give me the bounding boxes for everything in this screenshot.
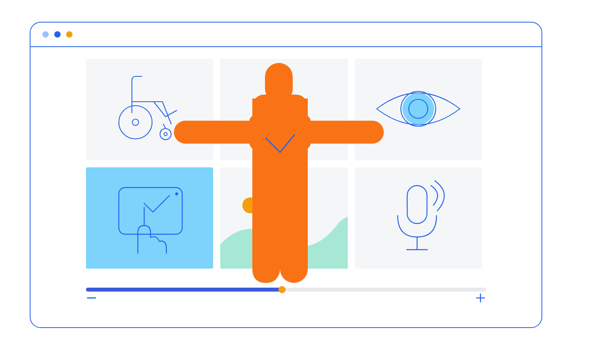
window-minimize-dot[interactable] [54, 31, 61, 38]
check-icon [260, 93, 308, 126]
svg-point-8 [175, 193, 177, 195]
tile-audio[interactable] [355, 167, 482, 269]
svg-rect-7 [119, 188, 182, 234]
svg-point-4 [402, 93, 434, 125]
eye-icon [373, 81, 464, 138]
svg-point-0 [119, 106, 152, 139]
window-controls [42, 31, 72, 38]
svg-point-3 [164, 133, 167, 136]
touch-check-icon [110, 180, 189, 256]
tile-vision[interactable] [355, 59, 482, 160]
slider-thumb[interactable] [278, 286, 286, 293]
tile-image[interactable] [220, 167, 347, 269]
landscape-icon [220, 167, 347, 269]
wheelchair-icon [110, 73, 189, 146]
zoom-in-button[interactable] [475, 292, 486, 303]
microphone-icon [383, 178, 454, 258]
zoom-slider[interactable] [86, 288, 486, 307]
svg-point-9 [242, 197, 258, 213]
tile-mobility[interactable] [86, 59, 213, 160]
window-close-dot[interactable] [42, 31, 49, 38]
tile-touch[interactable] [86, 167, 213, 269]
svg-rect-10 [407, 186, 427, 224]
title-bar [30, 23, 541, 47]
svg-point-2 [160, 129, 171, 140]
browser-window [30, 22, 542, 328]
minus-icon [86, 292, 97, 303]
accessibility-grid [86, 59, 482, 269]
slider-fill [86, 288, 282, 292]
svg-point-1 [132, 119, 139, 125]
window-zoom-dot[interactable] [66, 31, 72, 38]
tile-center-top[interactable] [220, 59, 347, 160]
plus-icon [475, 292, 486, 303]
zoom-out-button[interactable] [86, 292, 97, 303]
content-area [30, 47, 541, 327]
